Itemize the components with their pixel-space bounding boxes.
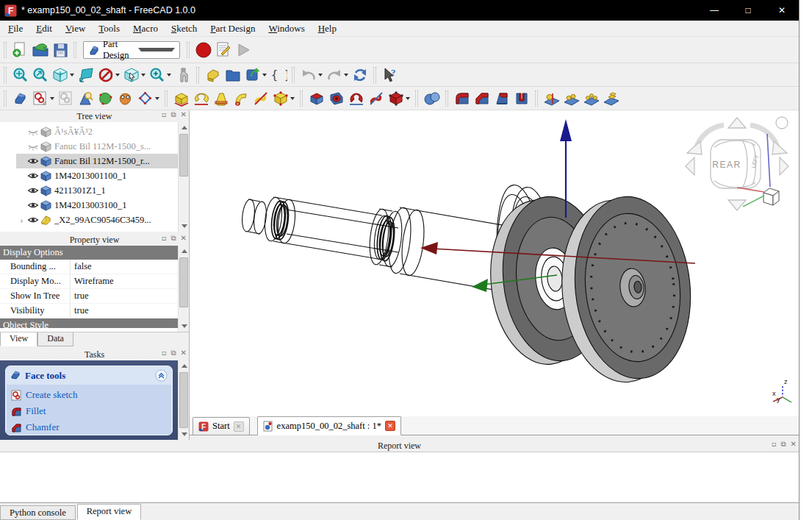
hidden-eye-icon[interactable] xyxy=(27,142,40,152)
boolean-button[interactable] xyxy=(422,88,442,108)
tab-close-button[interactable]: ✕ xyxy=(234,421,244,432)
save-document-button[interactable] xyxy=(50,40,70,60)
subshapebinder-button[interactable] xyxy=(96,88,115,108)
create-body-button[interactable] xyxy=(10,88,30,108)
scroll-down-icon[interactable] xyxy=(179,221,189,232)
undo-button[interactable] xyxy=(298,65,318,85)
tab-start[interactable]: F Start ✕ xyxy=(193,417,250,435)
minimize-button[interactable]: — xyxy=(697,0,731,21)
scroll-up-icon[interactable] xyxy=(179,246,189,257)
menu-windows[interactable]: Windows xyxy=(262,21,311,36)
create-sketch-button[interactable] xyxy=(30,88,50,108)
report-view-content[interactable] xyxy=(0,452,799,502)
whats-this-button[interactable]: ? xyxy=(380,65,400,85)
property-value[interactable]: Wireframe xyxy=(71,274,178,288)
group-button[interactable] xyxy=(223,65,242,85)
toolbar-grip[interactable] xyxy=(4,42,7,58)
fillet-button[interactable] xyxy=(452,88,472,108)
navcube-front-face[interactable]: REAR xyxy=(712,160,741,170)
toolbar-grip[interactable] xyxy=(300,90,303,107)
viewport-canvas[interactable]: z x y xyxy=(190,110,799,416)
pocket-button[interactable] xyxy=(306,88,326,108)
link-button[interactable] xyxy=(242,65,262,85)
task-chamfer[interactable]: Chamfer xyxy=(7,419,171,435)
eye-icon[interactable] xyxy=(27,157,40,166)
tab-python-console[interactable]: Python console xyxy=(0,505,76,520)
scroll-up-icon[interactable] xyxy=(179,360,189,371)
revolution-button[interactable] xyxy=(191,88,211,108)
redo-button[interactable] xyxy=(324,65,344,85)
macro-record-button[interactable] xyxy=(193,40,213,60)
scroll-up-icon[interactable] xyxy=(179,122,189,133)
expression-button[interactable]: { } xyxy=(268,65,288,85)
panel-float-button[interactable]: ▫ xyxy=(162,110,167,119)
toolbar-grip[interactable] xyxy=(373,67,376,83)
navigation-cube[interactable]: REAR LEFT xyxy=(681,113,793,216)
axonometric-view-button[interactable] xyxy=(50,65,70,85)
shapebinder-button[interactable] xyxy=(76,88,96,108)
linear-pattern-button[interactable] xyxy=(561,88,581,108)
sync-view-button[interactable] xyxy=(76,65,96,85)
menu-part-design[interactable]: Part Design xyxy=(204,21,262,36)
measure-button[interactable] xyxy=(173,65,193,85)
task-create-sketch[interactable]: Create sketch xyxy=(7,387,171,403)
panel-float-button[interactable]: ▫ xyxy=(772,440,777,449)
tree-scrollbar[interactable] xyxy=(178,122,189,232)
macro-play-button[interactable] xyxy=(233,40,253,60)
tree-item[interactable]: 1M42013003100_1 xyxy=(16,198,178,213)
tab-close-button[interactable]: ✕ xyxy=(385,421,395,431)
panel-undock-button[interactable]: ⧉ xyxy=(780,440,786,449)
dropdown-arrow-icon[interactable] xyxy=(318,74,323,76)
panel-close-button[interactable]: ✕ xyxy=(181,234,187,243)
property-row[interactable]: Show In Tree true xyxy=(0,289,178,304)
property-value[interactable]: true xyxy=(71,289,178,303)
toolbar-grip[interactable] xyxy=(292,67,295,83)
toolbar-grip[interactable] xyxy=(165,90,168,107)
panel-float-button[interactable]: ▫ xyxy=(162,234,167,243)
toolbar-grip[interactable] xyxy=(187,42,190,58)
fit-selection-button[interactable] xyxy=(30,65,50,85)
fit-all-button[interactable] xyxy=(10,65,30,85)
macro-edit-button[interactable] xyxy=(213,40,233,60)
additive-primitive-button[interactable] xyxy=(270,88,290,108)
scrollbar-thumb[interactable] xyxy=(179,372,188,428)
additive-helix-button[interactable] xyxy=(251,88,270,108)
property-scrollbar[interactable] xyxy=(178,246,189,332)
menu-view[interactable]: View xyxy=(59,21,92,36)
toolbar-grip[interactable] xyxy=(4,67,7,83)
open-document-button[interactable] xyxy=(30,40,50,60)
new-document-button[interactable] xyxy=(10,40,30,60)
dropdown-arrow-icon[interactable] xyxy=(141,74,145,76)
panel-undock-button[interactable]: ⧉ xyxy=(170,349,176,357)
collapse-icon[interactable] xyxy=(155,369,168,382)
dropdown-arrow-icon[interactable] xyxy=(167,74,171,76)
tree-item[interactable]: 1M42013001100_1 xyxy=(16,168,178,183)
maximize-button[interactable]: □ xyxy=(731,0,765,21)
property-tab-view[interactable]: View xyxy=(0,332,37,346)
panel-float-button[interactable]: ▫ xyxy=(162,349,167,357)
property-group-header[interactable]: Display Options xyxy=(0,246,178,260)
menu-file[interactable]: File xyxy=(1,21,29,36)
scrollbar-thumb[interactable] xyxy=(179,257,188,307)
menu-tools[interactable]: Tools xyxy=(92,21,126,36)
property-row[interactable]: Visibility true xyxy=(0,304,178,318)
scroll-down-icon[interactable] xyxy=(179,321,189,332)
eye-icon[interactable] xyxy=(27,216,40,225)
property-tab-data[interactable]: Data xyxy=(37,332,73,346)
panel-close-button[interactable]: ✕ xyxy=(791,440,797,449)
edit-sketch-button[interactable] xyxy=(56,88,76,108)
menu-macro[interactable]: Macro xyxy=(126,21,165,36)
groove-button[interactable] xyxy=(346,88,366,108)
toolbar-grip[interactable] xyxy=(73,42,76,58)
dropdown-arrow-icon[interactable] xyxy=(115,74,120,76)
additive-pipe-button[interactable] xyxy=(231,88,251,108)
property-value[interactable]: false xyxy=(71,260,178,274)
dropdown-arrow-icon[interactable] xyxy=(262,74,267,76)
eye-icon[interactable] xyxy=(27,186,40,196)
property-row[interactable]: Display Mo... Wireframe xyxy=(0,274,178,289)
menu-sketch[interactable]: Sketch xyxy=(165,21,204,36)
create-datum-button[interactable] xyxy=(135,88,155,108)
toolbar-grip[interactable] xyxy=(4,90,7,107)
part-simple-button[interactable] xyxy=(203,65,223,85)
workbench-selector[interactable]: Part Design xyxy=(83,41,180,59)
